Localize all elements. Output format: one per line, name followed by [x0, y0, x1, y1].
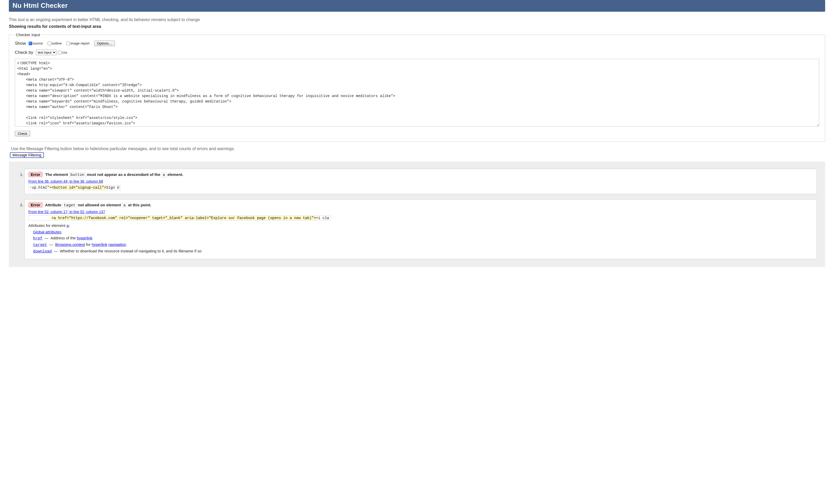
attr-name-link[interactable]: target: [33, 243, 47, 247]
checkby-row: Check by text input css: [15, 50, 819, 55]
dash: —: [53, 249, 59, 253]
msg-text: element.: [167, 172, 183, 177]
attr-intro-text: Attributes for element: [28, 223, 67, 228]
fieldset-legend: Checker Input: [15, 32, 41, 37]
hyperlink-link[interactable]: hyperlink: [77, 236, 92, 240]
show-source-checkbox[interactable]: [29, 42, 32, 45]
show-image-report-label[interactable]: image report: [70, 41, 89, 45]
message-item: Error The element button must not appear…: [24, 169, 817, 194]
css-checkbox[interactable]: [58, 51, 62, 54]
attr-item-global: Global attributes: [33, 230, 813, 234]
show-image-report-wrap: image report: [66, 41, 89, 45]
error-badge: Error: [28, 202, 43, 207]
page-header: Nu Html Checker: [9, 0, 825, 12]
snippet-highlight: <button id="signup-call">: [51, 185, 106, 190]
location-link[interactable]: From line 52, column 17; to line 52, col…: [28, 210, 105, 214]
msg-code: a: [122, 203, 127, 208]
global-attributes-link[interactable]: Global attributes: [33, 230, 61, 234]
message-title: Error The element button must not appear…: [28, 172, 813, 177]
attr-intro: Attributes for element a:: [28, 223, 813, 228]
check-button[interactable]: Check: [15, 131, 30, 136]
code-snippet: -up.html"><button id="signup-call">Sign …: [28, 185, 120, 190]
attr-item-target: target — Browsing context for hyperlink …: [33, 242, 813, 247]
intro-note: This tool is an ongoing experiment in be…: [9, 18, 825, 22]
browsing-context-link[interactable]: Browsing context: [55, 242, 85, 247]
show-image-report-checkbox[interactable]: [66, 42, 70, 45]
msg-code: button: [69, 173, 86, 177]
results-area: Error The element button must not appear…: [9, 161, 825, 267]
snippet-highlight: <a href="https://facebook.com" rel="noop…: [51, 216, 316, 220]
msg-code: taget: [62, 203, 77, 208]
show-source-label[interactable]: source: [33, 41, 43, 45]
show-source-wrap: source: [29, 41, 43, 45]
attr-desc: Whether to download the resource instead…: [60, 249, 201, 253]
msg-text: The element: [45, 172, 69, 177]
snippet-pre: -up.html">: [30, 185, 51, 190]
css-label[interactable]: css: [62, 50, 67, 54]
msg-text: Attribute: [45, 203, 62, 207]
filter-note: Use the Message Filtering button below t…: [11, 147, 825, 151]
msg-text: not allowed on element: [77, 203, 122, 207]
css-wrap: css: [58, 50, 67, 54]
show-row: Show source outline image report Options…: [15, 41, 819, 46]
options-button[interactable]: Options…: [94, 41, 115, 46]
attr-name-link[interactable]: download: [33, 249, 52, 254]
checkby-select[interactable]: text input: [36, 50, 57, 55]
code-snippet: <a href="https://facebook.com" rel="noop…: [28, 215, 330, 221]
navigation-link[interactable]: navigation: [108, 242, 126, 247]
msg-text: must not appear as a descendant of the: [86, 172, 161, 177]
message-filtering-button[interactable]: Message Filtering: [10, 152, 44, 158]
snippet-post: <i cla: [316, 216, 329, 220]
results-heading: Showing results for contents of text-inp…: [9, 24, 825, 29]
attr-intro-text: :: [69, 223, 70, 228]
attr-desc: Address of the: [50, 236, 77, 240]
attr-list: Global attributes href — Address of the …: [33, 230, 813, 254]
attr-intro-code[interactable]: a: [67, 224, 69, 228]
msg-text: at this point.: [127, 203, 151, 207]
attr-item-href: href — Address of the hyperlink: [33, 236, 813, 241]
show-outline-checkbox[interactable]: [48, 42, 51, 45]
dash: —: [43, 236, 49, 240]
show-label: Show: [15, 41, 26, 46]
snippet-pre: [30, 216, 51, 220]
page-title: Nu Html Checker: [13, 2, 821, 9]
msg-code: a: [161, 173, 166, 177]
messages-list: Error The element button must not appear…: [10, 169, 824, 259]
attr-desc: for: [85, 242, 92, 247]
source-textarea[interactable]: [15, 59, 819, 127]
error-badge: Error: [28, 172, 43, 177]
message-title: Error Attribute taget not allowed on ele…: [28, 202, 813, 208]
checkby-label: Check by: [15, 50, 33, 55]
show-outline-label[interactable]: outline: [52, 41, 62, 45]
checker-input-fieldset: Checker Input Show source outline image …: [9, 32, 825, 142]
attr-item-download: download — Whether to download the resou…: [33, 249, 813, 254]
message-item: Error Attribute taget not allowed on ele…: [24, 199, 817, 259]
show-outline-wrap: outline: [48, 41, 62, 45]
dash: —: [48, 242, 54, 247]
snippet-post: Sign U: [106, 185, 119, 190]
location-link[interactable]: From line 36, column 44; to line 36, col…: [28, 179, 103, 183]
attr-name-link[interactable]: href: [33, 236, 42, 241]
hyperlink-link[interactable]: hyperlink: [92, 242, 107, 247]
